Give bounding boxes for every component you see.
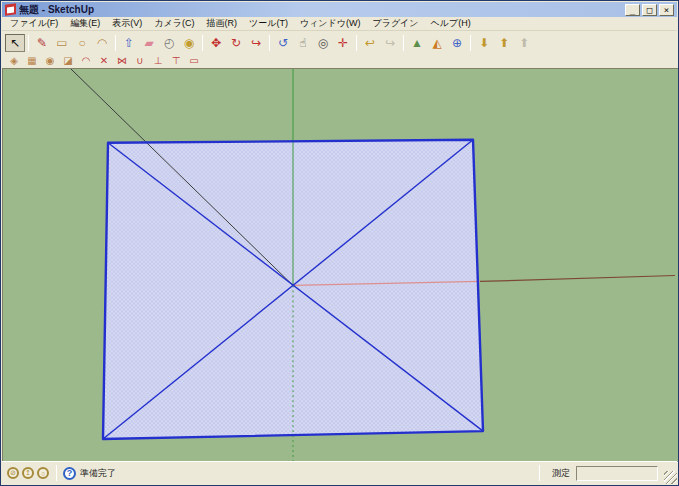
maximize-button[interactable]: □ — [642, 4, 657, 16]
close-button[interactable]: × — [659, 4, 674, 16]
toolbar-separator — [115, 35, 116, 51]
sketchup-app-icon — [5, 4, 16, 15]
plugin-tool-t-icon[interactable]: ⊥ — [149, 54, 167, 68]
sandbox-stamp-icon[interactable]: ◪ — [59, 54, 77, 68]
menu-c[interactable]: カメラ(C) — [148, 16, 200, 31]
push-pull-tool-icon[interactable]: ⇧ — [119, 34, 139, 52]
sandbox-from-contours-icon[interactable]: ◈ — [5, 54, 23, 68]
status-message: 準備完了 — [80, 467, 537, 480]
menu-r[interactable]: 描画(R) — [200, 16, 243, 31]
menu-[interactable]: プラグイン — [366, 16, 424, 31]
plugin-tool-tb-icon[interactable]: ⊤ — [167, 54, 185, 68]
measurements-label: 測定 — [552, 467, 570, 480]
paint-bucket-tool-icon[interactable]: ◉ — [179, 34, 199, 52]
share-component-icon: ⬆ — [514, 34, 534, 52]
menu-bar: ファイル(F)編集(E)表示(V)カメラ(C)描画(R)ツール(T)ウィンドウ(… — [2, 17, 677, 31]
menu-w[interactable]: ウィンドウ(W) — [294, 16, 367, 31]
plugin-weld-icon[interactable]: ∪ — [131, 54, 149, 68]
eraser-tool-icon[interactable]: ▰ — [139, 34, 159, 52]
toolbar-main: ↖✎▭○◠⇧▰◴◉✥↻↪↺☝◎✛↩↪▲◭⊕⬇⬆⬆ — [2, 32, 677, 53]
toolbar-separator — [356, 35, 357, 51]
statusbar-separator — [56, 465, 57, 481]
previous-view-icon[interactable]: ↩ — [360, 34, 380, 52]
toolbar-separator — [470, 35, 471, 51]
window-title: 無題 - SketchUp — [19, 3, 625, 17]
menu-f[interactable]: ファイル(F) — [4, 16, 64, 31]
toolbar-separator — [28, 35, 29, 51]
measurements-input[interactable] — [576, 466, 658, 481]
statusbar-separator — [539, 465, 540, 481]
sandbox-flip-edge-icon[interactable]: ⋈ — [113, 54, 131, 68]
get-models-icon[interactable]: ⬇ — [474, 34, 494, 52]
status-indicators: ⊘↥○ — [2, 467, 54, 479]
tape-measure-tool-icon[interactable]: ◴ — [159, 34, 179, 52]
sandbox-drape-icon[interactable]: ◠ — [77, 54, 95, 68]
next-view-icon: ↪ — [380, 34, 400, 52]
line-tool-icon[interactable]: ✎ — [32, 34, 52, 52]
sandbox-smoove-icon[interactable]: ◉ — [41, 54, 59, 68]
toolbar-separator — [202, 35, 203, 51]
toolbar-separator — [269, 35, 270, 51]
arc-tool-icon[interactable]: ◠ — [92, 34, 112, 52]
geo-status-icon[interactable]: ⊘ — [7, 467, 19, 479]
title-bar[interactable]: 無題 - SketchUp _□× — [2, 2, 677, 17]
toolbar-separator — [403, 35, 404, 51]
drawing-canvas[interactable] — [2, 68, 679, 463]
window-controls: _□× — [625, 4, 674, 16]
sketchup-window: 無題 - SketchUp _□× ファイル(F)編集(E)表示(V)カメラ(C… — [0, 0, 679, 486]
toolbar-plugins: ◈▦◉◪◠✕⋈∪⊥⊤▭ — [2, 53, 677, 68]
minimize-button[interactable]: _ — [625, 4, 640, 16]
status-bar: ⊘↥○ ? 準備完了 測定 — [2, 461, 677, 484]
credit-status-icon[interactable]: ↥ — [22, 467, 34, 479]
sandbox-from-scratch-icon[interactable]: ▦ — [23, 54, 41, 68]
orbit-tool-icon[interactable]: ↺ — [273, 34, 293, 52]
offset-tool-icon[interactable]: ↪ — [246, 34, 266, 52]
move-tool-icon[interactable]: ✥ — [206, 34, 226, 52]
get-current-view-icon[interactable]: ▲ — [407, 34, 427, 52]
help-icon[interactable]: ? — [63, 467, 76, 480]
plugin-rect-outline-icon[interactable]: ▭ — [185, 54, 203, 68]
rectangle-tool-icon[interactable]: ▭ — [52, 34, 72, 52]
circle-tool-icon[interactable]: ○ — [72, 34, 92, 52]
pan-tool-icon[interactable]: ☝ — [293, 34, 313, 52]
menu-v[interactable]: 表示(V) — [106, 16, 148, 31]
sandbox-add-detail-icon[interactable]: ✕ — [95, 54, 113, 68]
signin-status-icon[interactable]: ○ — [37, 467, 49, 479]
menu-t[interactable]: ツール(T) — [243, 16, 294, 31]
share-models-icon[interactable]: ⬆ — [494, 34, 514, 52]
menu-e[interactable]: 編集(E) — [64, 16, 106, 31]
google-earth-icon[interactable]: ⊕ — [447, 34, 467, 52]
zoom-tool-icon[interactable]: ◎ — [313, 34, 333, 52]
select-tool-icon[interactable]: ↖ — [5, 34, 25, 52]
rotate-tool-icon[interactable]: ↻ — [226, 34, 246, 52]
menu-h[interactable]: ヘルプ(H) — [425, 16, 477, 31]
toggle-terrain-icon[interactable]: ◭ — [427, 34, 447, 52]
zoom-extents-icon[interactable]: ✛ — [333, 34, 353, 52]
resize-grip[interactable] — [664, 471, 677, 484]
